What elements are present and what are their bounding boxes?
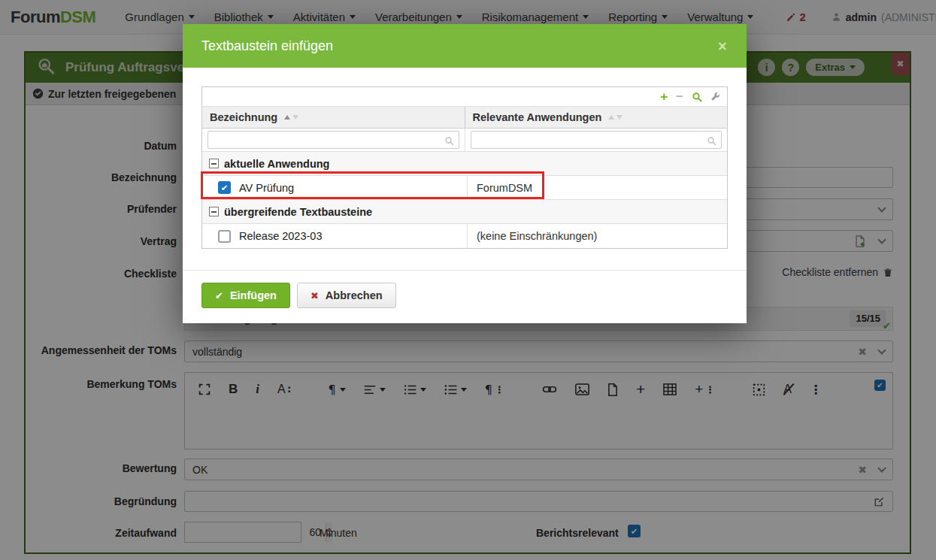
collapse-icon[interactable]: [209, 159, 219, 168]
filter-anwendungen-input[interactable]: [471, 131, 722, 149]
row-checkbox-unchecked[interactable]: [218, 230, 231, 243]
modal-body: + − Bezeichnung Relevante Anwen: [183, 68, 747, 249]
column-header-anwendungen[interactable]: Relevante Anwendungen: [465, 107, 728, 128]
group-row-aktuelle-anwendung[interactable]: aktuelle Anwendung: [202, 152, 727, 176]
collapse-icon[interactable]: [209, 207, 219, 216]
row-cell-anwendungen: ForumDSM: [468, 176, 727, 199]
sort-icons: [284, 115, 298, 120]
table-filter-row: [202, 129, 727, 152]
modal-close-icon[interactable]: ×: [717, 40, 728, 53]
textbaustein-table: + − Bezeichnung Relevante Anwen: [201, 86, 728, 249]
einfuegen-button[interactable]: ✔ Einfügen: [201, 283, 290, 308]
table-row-release[interactable]: Release 2023-03 (keine Einschränkungen): [202, 224, 727, 248]
table-header-row: Bezeichnung Relevante Anwendungen: [202, 107, 727, 129]
filter-cell: [465, 129, 728, 151]
check-icon: ✔: [221, 183, 229, 193]
sort-icons: [608, 115, 622, 120]
search-icon: [444, 135, 454, 149]
column-header-bezeichnung[interactable]: Bezeichnung: [202, 107, 465, 128]
modal-header: Textbaustein einfügen ×: [183, 24, 747, 68]
cancel-x-icon: ✖: [310, 290, 319, 301]
remove-icon[interactable]: −: [676, 90, 683, 103]
group-row-uebergreifende[interactable]: übergreifende Textbausteine: [202, 200, 727, 224]
add-icon[interactable]: +: [660, 90, 668, 103]
filter-bezeichnung-input[interactable]: [207, 131, 459, 149]
filter-cell: [202, 129, 465, 151]
textbaustein-modal: Textbaustein einfügen × + − Bezeich: [183, 24, 747, 323]
page: ForumDSM Grundlagen Bibliothek Aktivität…: [0, 0, 936, 560]
settings-wrench-icon[interactable]: [710, 92, 720, 101]
search-icon: [707, 135, 716, 149]
row-checkbox-checked[interactable]: ✔: [218, 181, 231, 194]
table-row-av-pruefung[interactable]: ✔ AV Prüfung ForumDSM: [202, 176, 727, 200]
row-cell-anwendungen: (keine Einschränkungen): [468, 224, 727, 248]
search-icon[interactable]: [692, 92, 702, 102]
modal-footer: ✔ Einfügen ✖ Abbrechen: [183, 270, 747, 323]
abbrechen-button[interactable]: ✖ Abbrechen: [297, 283, 396, 308]
check-icon: ✔: [215, 290, 223, 301]
modal-title: Textbaustein einfügen: [201, 38, 333, 54]
row-cell-bezeichnung: ✔ AV Prüfung: [202, 176, 468, 199]
table-toolbar: + −: [202, 87, 727, 107]
row-cell-bezeichnung: Release 2023-03: [202, 224, 468, 248]
